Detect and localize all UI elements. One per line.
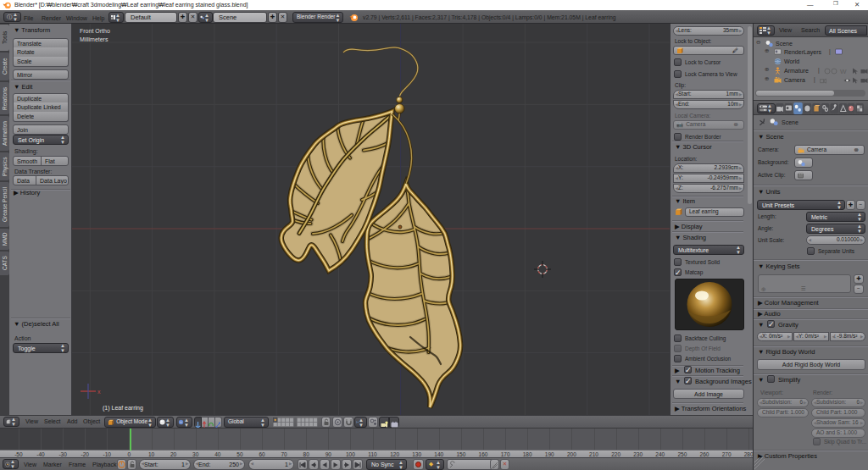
svg-text:x: x: [97, 389, 101, 395]
svg-text:W: W: [840, 68, 847, 75]
